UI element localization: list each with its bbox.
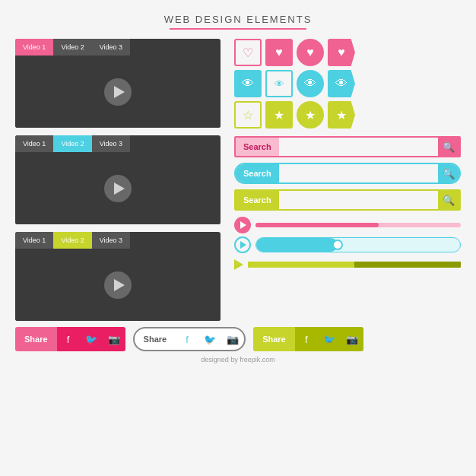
video-screen-3 bbox=[15, 249, 221, 321]
progress-fill-pink bbox=[255, 223, 379, 227]
video-tab-3-2[interactable]: Video 2 bbox=[53, 232, 91, 249]
star-flag-yellow[interactable]: ★ bbox=[328, 101, 355, 129]
progress-play-blue[interactable] bbox=[234, 236, 251, 253]
page-title: WEB DESIGN ELEMENTS bbox=[0, 0, 476, 25]
progress-fill-blue bbox=[256, 238, 338, 252]
share-icons-yellow: f 🐦 📷 bbox=[295, 327, 363, 351]
right-column: ♡ ♥ ♥ ♥ 👁 👁 👁 👁 ☆ ★ ★ ★ Search 🔍 bbox=[234, 39, 461, 321]
progress-bars bbox=[234, 218, 461, 271]
video-tab-1-2[interactable]: Video 2 bbox=[53, 39, 91, 56]
share-bar-outline: Share f 🐦 📷 bbox=[133, 327, 246, 351]
search-button-blue[interactable]: 🔍 bbox=[438, 164, 459, 182]
star-round-yellow[interactable]: ★ bbox=[297, 101, 324, 129]
play-icon-3 bbox=[114, 279, 125, 291]
star-outline-yellow[interactable]: ☆ bbox=[234, 101, 262, 129]
search-label-blue: Search bbox=[236, 164, 279, 182]
play-icon-blue bbox=[240, 241, 246, 249]
play-icon-2 bbox=[114, 182, 125, 195]
search-label-yellow: Search bbox=[236, 191, 279, 209]
share-bar-yellow: Share f 🐦 📷 bbox=[253, 327, 363, 351]
search-bar-blue: Search 🔍 bbox=[234, 163, 461, 184]
icon-grid: ♡ ♥ ♥ ♥ 👁 👁 👁 👁 ☆ ★ ★ ★ bbox=[234, 39, 461, 129]
progress-fill-yellow bbox=[248, 262, 354, 268]
facebook-icon-pink[interactable]: f bbox=[57, 327, 80, 351]
share-label-yellow: Share bbox=[253, 327, 295, 351]
footer: designed by freepik.com bbox=[0, 356, 476, 363]
video-screen-2 bbox=[15, 152, 221, 224]
share-icons-pink: f 🐦 📷 bbox=[57, 327, 125, 351]
search-input-pink[interactable] bbox=[279, 138, 438, 156]
video-tabs-3: Video 1 Video 2 Video 3 bbox=[15, 232, 221, 249]
search-bar-yellow: Search 🔍 bbox=[234, 189, 461, 211]
play-icon-1 bbox=[114, 86, 125, 98]
eye-outline-blue[interactable]: 👁 bbox=[265, 70, 293, 97]
share-icons-outline: f 🐦 📷 bbox=[176, 328, 244, 350]
video-tab-3-1[interactable]: Video 1 bbox=[15, 232, 53, 249]
twitter-icon-outline[interactable]: 🐦 bbox=[198, 328, 221, 350]
share-section: Share f 🐦 📷 Share f 🐦 📷 Share f 🐦 📷 bbox=[0, 321, 476, 351]
search-input-blue[interactable] bbox=[279, 164, 438, 182]
video-tab-1-1[interactable]: Video 1 bbox=[15, 39, 53, 56]
video-tabs-1: Video 1 Video 2 Video 3 bbox=[15, 39, 221, 56]
instagram-icon-pink[interactable]: 📷 bbox=[103, 327, 125, 351]
play-icon-yellow[interactable] bbox=[234, 259, 243, 270]
progress-bar-yellow bbox=[234, 258, 461, 271]
heart-flag-pink[interactable]: ♥ bbox=[328, 39, 355, 66]
search-input-yellow[interactable] bbox=[279, 191, 438, 209]
star-solid-yellow[interactable]: ★ bbox=[265, 101, 293, 129]
video-tab-2-2[interactable]: Video 2 bbox=[53, 135, 91, 152]
main-content: Video 1 Video 2 Video 3 Video 1 Video 2 … bbox=[0, 30, 476, 321]
video-tab-2-1[interactable]: Video 1 bbox=[15, 135, 53, 152]
play-button-3[interactable] bbox=[104, 271, 132, 299]
play-icon-pink bbox=[240, 221, 246, 229]
instagram-icon-yellow[interactable]: 📷 bbox=[341, 327, 363, 351]
video-tab-2-3[interactable]: Video 3 bbox=[92, 135, 130, 152]
twitter-icon-yellow[interactable]: 🐦 bbox=[318, 327, 341, 351]
search-label-pink: Search bbox=[236, 138, 279, 156]
video-player-1: Video 1 Video 2 Video 3 bbox=[15, 39, 221, 128]
eye-round-blue[interactable]: 👁 bbox=[297, 70, 324, 97]
video-player-3: Video 1 Video 2 Video 3 bbox=[15, 232, 221, 321]
video-tab-3-3[interactable]: Video 3 bbox=[92, 232, 130, 249]
eye-solid-blue[interactable]: 👁 bbox=[234, 70, 262, 97]
search-bar-pink: Search 🔍 bbox=[234, 136, 461, 157]
video-player-2: Video 1 Video 2 Video 3 bbox=[15, 135, 221, 224]
progress-track-pink bbox=[255, 223, 461, 227]
heart-outline-pink[interactable]: ♡ bbox=[234, 39, 262, 66]
facebook-icon-outline[interactable]: f bbox=[176, 328, 198, 350]
video-screen-1 bbox=[15, 56, 221, 128]
play-button-2[interactable] bbox=[104, 175, 132, 202]
progress-bar-pink bbox=[234, 218, 461, 232]
progress-bar-blue bbox=[234, 238, 461, 252]
share-bar-pink: Share f 🐦 📷 bbox=[15, 327, 125, 351]
instagram-icon-outline[interactable]: 📷 bbox=[221, 328, 244, 350]
progress-track-blue bbox=[255, 237, 461, 252]
facebook-icon-yellow[interactable]: f bbox=[295, 327, 318, 351]
progress-track-yellow bbox=[248, 262, 461, 268]
share-label-pink: Share bbox=[15, 327, 57, 351]
play-button-1[interactable] bbox=[104, 78, 132, 106]
video-tab-1-3[interactable]: Video 3 bbox=[92, 39, 130, 56]
search-bars: Search 🔍 Search 🔍 Search 🔍 bbox=[234, 136, 461, 211]
search-button-yellow[interactable]: 🔍 bbox=[438, 191, 459, 209]
search-button-pink[interactable]: 🔍 bbox=[438, 138, 459, 156]
heart-solid-pink[interactable]: ♥ bbox=[265, 39, 293, 66]
eye-flag-blue[interactable]: 👁 bbox=[328, 70, 355, 97]
share-label-outline: Share bbox=[135, 328, 176, 350]
progress-play-pink[interactable] bbox=[234, 217, 251, 233]
twitter-icon-pink[interactable]: 🐦 bbox=[80, 327, 103, 351]
video-tabs-2: Video 1 Video 2 Video 3 bbox=[15, 135, 221, 152]
heart-round-pink[interactable]: ♥ bbox=[297, 39, 324, 66]
progress-dot-blue[interactable] bbox=[332, 240, 343, 250]
video-players-column: Video 1 Video 2 Video 3 Video 1 Video 2 … bbox=[15, 39, 221, 321]
